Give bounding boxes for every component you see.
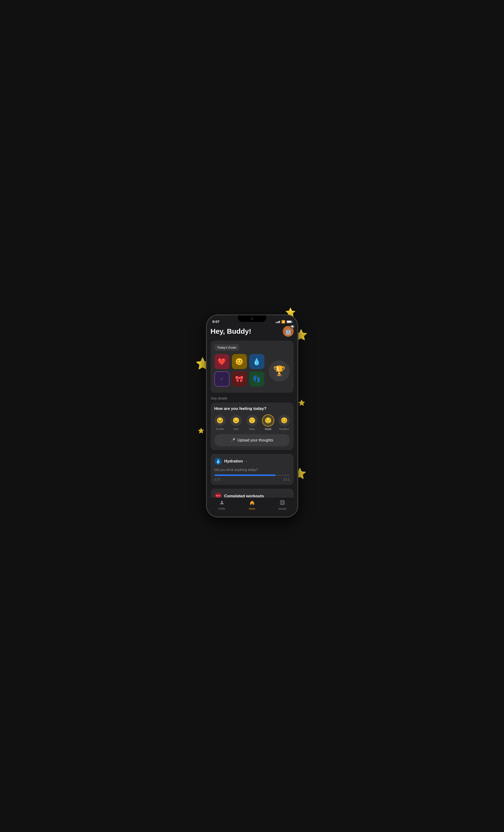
hydration-bar-fill [214, 474, 275, 476]
goal-heart[interactable]: ❤️ [214, 354, 230, 369]
main-content: Hey, Buddy! 🤖 💬 Today's Goals ❤️ 😊 [207, 323, 297, 517]
star-decoration-4: ⭐ [298, 399, 305, 406]
hydration-bar-background [214, 474, 290, 476]
upload-thoughts-button[interactable]: 🎤 Upload your thoughts [214, 434, 290, 446]
chat-badge: 💬 [290, 325, 295, 328]
nav-home[interactable]: Home [244, 500, 260, 510]
mood-question: How are you feeling today? [214, 406, 290, 411]
mood-bad[interactable]: 😑 Bad [231, 415, 242, 431]
mood-okay-btn[interactable]: 🙂 [246, 415, 258, 426]
hydration-drop-icon: 💧 [214, 458, 222, 465]
home-icon [249, 500, 255, 506]
battery-icon [287, 320, 292, 323]
star-decoration-5: ⭐ [198, 428, 204, 434]
goal-mood[interactable]: 😊 [232, 354, 247, 369]
nav-profile[interactable]: Profile [214, 500, 230, 510]
hydration-card: 💧 Hydration › Did you drink anything tod… [211, 454, 294, 485]
mood-okay[interactable]: 🙂 Okay [246, 415, 258, 431]
mood-terrible-btn[interactable]: 😣 [214, 415, 226, 426]
bottom-navigation: Profile Home [207, 497, 297, 517]
mood-excellent-label: Exellent [280, 427, 289, 431]
mood-good[interactable]: 😌 Good [263, 415, 274, 431]
mood-terrible-label: Terrible [216, 427, 224, 431]
status-icons: 📶 [276, 320, 292, 323]
mood-terrible[interactable]: 😣 Terrible [214, 415, 226, 431]
mood-excellent[interactable]: 😊 Exellent [278, 415, 290, 431]
wifi-icon: 📶 [281, 320, 285, 323]
phone-frame: 9:07 📶 [206, 315, 298, 517]
hydration-chevron: › [246, 460, 247, 463]
greeting-text: Hey, Buddy! [211, 327, 251, 335]
mood-excellent-btn[interactable]: 😊 [278, 415, 290, 426]
journal-icon [280, 500, 285, 506]
nav-home-label: Home [249, 508, 255, 510]
hydration-target: 2,1 L [284, 478, 290, 481]
status-time: 9:07 [212, 319, 219, 323]
goal-steps[interactable]: 👣 [249, 371, 264, 387]
goal-check[interactable]: ✓ [214, 371, 230, 387]
goals-card: Today's Goals ❤️ 😊 💧 ✓ 🎀 👣 [211, 341, 294, 393]
nav-journal[interactable]: Journal [274, 500, 291, 510]
mood-options: 😣 Terrible 😑 Bad 🙂 Okay 😌 [214, 415, 290, 431]
hydration-title: Hydration [224, 459, 243, 464]
day-details-label: Day details [211, 396, 294, 400]
trophy-emoji: 🏆 [273, 365, 285, 376]
signal-icon [276, 321, 280, 323]
goals-label: Today's Goals [214, 344, 239, 351]
upload-thoughts-label: Upload your thoughts [237, 438, 273, 442]
mood-okay-label: Okay [249, 427, 255, 431]
mic-icon: 🎤 [231, 438, 235, 442]
camera-dot [251, 317, 253, 320]
hydration-header[interactable]: 💧 Hydration › [214, 458, 290, 465]
avatar-button[interactable]: 🤖 💬 [283, 326, 294, 337]
mood-card: How are you feeling today? 😣 Terrible 😑 … [211, 402, 294, 450]
avatar-emoji: 🤖 [285, 328, 292, 335]
goals-row-1: ❤️ 😊 💧 [214, 354, 264, 369]
hydration-subtitle: Did you drink anything today? [214, 468, 290, 472]
goals-row-2: ✓ 🎀 👣 [214, 371, 264, 387]
profile-icon [219, 500, 224, 506]
trophy-area: 🏆 [269, 360, 290, 382]
mood-bad-label: Bad [234, 427, 238, 431]
hydration-range: 1,7 L 2,1 L [214, 478, 290, 481]
goal-water[interactable]: 💧 [249, 354, 264, 369]
svg-point-0 [221, 501, 223, 502]
notch [238, 315, 266, 322]
mood-good-btn[interactable]: 😌 [263, 415, 274, 426]
mood-bad-btn[interactable]: 😑 [231, 415, 242, 426]
status-bar: 9:07 📶 [207, 315, 297, 323]
mood-good-label: Good [265, 427, 271, 431]
nav-profile-label: Profile [218, 508, 225, 510]
nav-journal-label: Journal [278, 508, 286, 510]
header: Hey, Buddy! 🤖 💬 [211, 323, 294, 341]
hydration-current: 1,7 L [214, 478, 221, 481]
goal-dumbbell[interactable]: 🎀 [232, 371, 247, 387]
